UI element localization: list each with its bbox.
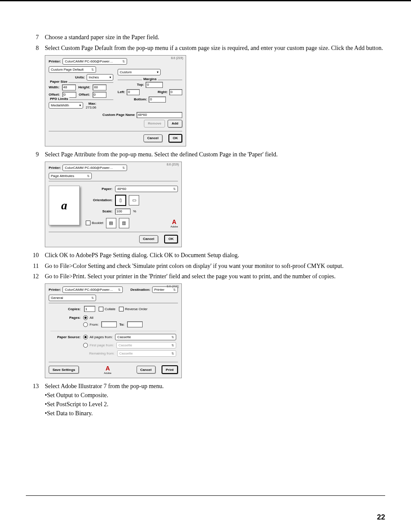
step-text: Go to File>Print. Select your printer in… [45, 273, 385, 281]
radio-on-icon [83, 315, 88, 320]
pages-all-radio[interactable]: All [83, 315, 93, 320]
scale-label: Scale: [86, 209, 112, 213]
scale-input[interactable]: 100 [115, 208, 131, 215]
destination-label: Destination: [131, 288, 150, 292]
updown-icon: ⇅ [171, 352, 174, 355]
step-number: 9 [26, 151, 45, 159]
dialog-version: 8.6 (219) [167, 163, 179, 166]
reverse-order-checkbox[interactable]: Reverse Order [119, 307, 147, 311]
allpages-source-select[interactable]: Cassette ⇅ [115, 334, 176, 340]
orientation-portrait-icon[interactable]: ▯ [115, 195, 126, 206]
dialog-version: 8.6 (219) [167, 285, 179, 288]
adobe-logo-icon: A [106, 365, 110, 372]
orientation-landscape-icon[interactable]: ▭ [129, 195, 139, 205]
updown-icon: ⇅ [91, 68, 94, 71]
printer-select[interactable]: ColorCAMM PC-600@Power… ⇅ [62, 58, 127, 65]
right-label: Right: [158, 90, 168, 94]
paper-label: Paper: [86, 187, 112, 191]
booklet-layout2-icon[interactable]: ▥ [119, 218, 129, 228]
adobe-label: Adobe [171, 225, 178, 228]
updown-icon: ⇅ [173, 288, 176, 291]
top-input[interactable]: 0 [146, 82, 163, 88]
printer-label: Printer: [49, 288, 61, 292]
radio-on-icon [83, 335, 88, 339]
bottom-label: Bottom: [134, 97, 147, 101]
custom-select[interactable]: Custom ▾ [118, 69, 161, 75]
cancel-button[interactable]: Cancel [137, 366, 156, 373]
to-input[interactable] [127, 321, 143, 327]
allpages-radio[interactable]: All pages from: [83, 335, 112, 339]
radio-off-icon [83, 343, 88, 348]
offset2-label: Offset: [79, 93, 90, 96]
width-input[interactable]: 48 [62, 84, 76, 90]
page-preview: a [49, 186, 80, 225]
category-select[interactable]: Page Attributes ⇅ [49, 173, 92, 179]
group-ppd: PPD Limits [49, 97, 69, 101]
left-input[interactable]: 0 [127, 89, 140, 95]
left-label: Left: [118, 90, 125, 94]
step-13: 13 Select Adobe Illustrator 7 from the p… [26, 383, 385, 418]
updown-icon: ⇅ [171, 344, 174, 347]
group-margins: Margins [142, 77, 158, 81]
right-input[interactable]: 0 [169, 89, 182, 95]
ppd-select[interactable]: MediaWidth ▾ [49, 102, 83, 109]
updown-icon: ⇅ [122, 166, 125, 169]
dropdown-icon: ▾ [109, 75, 111, 79]
checkbox-icon [86, 221, 90, 225]
step-number: 12 [26, 273, 45, 281]
booklet-layout1-icon[interactable]: ▤ [106, 218, 116, 228]
pagename-input[interactable]: 48*60 [137, 112, 182, 118]
category-select[interactable]: General ⇅ [49, 295, 96, 301]
copies-label: Copies: [50, 307, 81, 311]
booklet-checkbox[interactable]: Booklet [86, 221, 103, 225]
max-value: 273.06 [86, 106, 96, 109]
step-text: Go to File>Color Setting and check 'Simu… [45, 262, 385, 271]
dropdown-icon: ▾ [79, 103, 81, 107]
step-number: 8 [26, 44, 45, 53]
print-button[interactable]: Print [162, 365, 178, 374]
paper-select[interactable]: 48*60 ⇅ [115, 186, 178, 192]
units-select[interactable]: Inches ▾ [87, 74, 113, 81]
step-number: 10 [26, 252, 45, 260]
save-settings-button[interactable]: Save Settings [49, 366, 79, 373]
height-input[interactable]: 60 [93, 84, 106, 90]
units-label: Units: [75, 75, 85, 79]
collate-checkbox[interactable]: Collate [99, 307, 115, 311]
step-text: Select Page Attribute from the pop-up me… [45, 151, 385, 159]
ok-button[interactable]: OK [164, 235, 178, 243]
bullet-data: •Set Data to Binary. [45, 410, 385, 418]
add-button[interactable]: Add [168, 120, 182, 128]
printer-select[interactable]: ColorCAMM PC-600@Power… ⇅ [62, 165, 127, 171]
remove-button[interactable]: Remove [144, 120, 165, 128]
bottom-input[interactable]: 0 [149, 96, 166, 103]
offset2-input[interactable]: 0 [93, 92, 106, 98]
category-select[interactable]: Custom Page Default ⇅ [49, 66, 96, 73]
cancel-button[interactable]: Cancel [143, 134, 162, 142]
offset-label: Offset: [49, 93, 60, 96]
page-number: 22 [26, 513, 385, 522]
step-8: 8 Select Custom Page Default from the po… [26, 44, 385, 53]
adobe-label: Adobe [81, 372, 134, 374]
copies-input[interactable]: 1 [84, 306, 95, 312]
cancel-button[interactable]: Cancel [139, 235, 158, 243]
step-12: 12 Go to File>Print. Select your printer… [26, 273, 385, 281]
printer-value: ColorCAMM PC-600@Power… [65, 59, 113, 63]
step-number: 13 [26, 383, 45, 391]
step-9: 9 Select Page Attribute from the pop-up … [26, 151, 385, 159]
updown-icon: ⇅ [173, 187, 176, 190]
footer-rule [26, 495, 385, 496]
dropdown-icon: ▾ [157, 70, 159, 74]
step-number: 7 [26, 34, 45, 42]
remaining-label: Remaining from: [89, 352, 115, 355]
checkbox-icon [99, 307, 103, 311]
percent-label: % [133, 209, 136, 213]
printer-select[interactable]: ColorCAMM PC-600@Power… ⇅ [62, 286, 123, 293]
width-label: Width: [49, 85, 59, 89]
step-text: Select Adobe Illustrator 7 from the pop-… [45, 383, 385, 391]
custom-page-dialog: 8.6 (219) Printer: ColorCAMM PC-600@Powe… [45, 55, 186, 146]
firstpage-radio[interactable]: First page from: [83, 343, 114, 348]
ok-button[interactable]: OK [168, 134, 182, 143]
pages-range-radio[interactable]: From: [83, 322, 99, 327]
from-input[interactable] [101, 321, 117, 327]
step-number: 11 [26, 262, 45, 271]
